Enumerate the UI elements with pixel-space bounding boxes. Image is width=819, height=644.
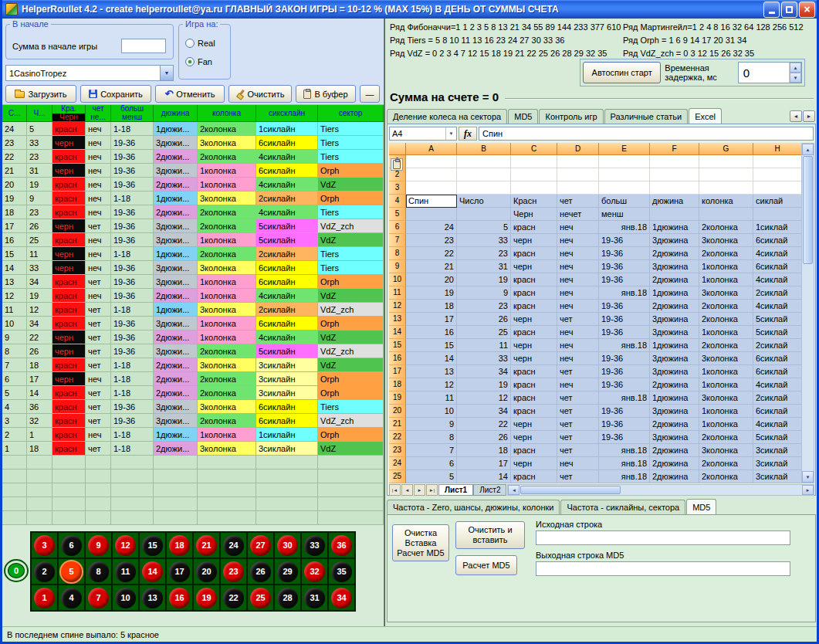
excel-cell[interactable]: Число xyxy=(457,195,511,208)
excel-cell[interactable]: неч xyxy=(557,378,599,391)
spin-row[interactable]: 118краснчет1-182дюжи...3колонка3сиклайнV… xyxy=(2,442,384,456)
first-sheet-button[interactable]: |◄ xyxy=(389,484,401,496)
excel-row-header-5[interactable]: 5 xyxy=(389,208,406,221)
excel-cell[interactable] xyxy=(650,208,699,221)
tab-md5[interactable]: MD5 xyxy=(508,109,538,124)
excel-cell[interactable]: 1дюжина xyxy=(650,286,699,300)
scroll-right-icon[interactable]: ► xyxy=(802,485,814,495)
excel-cell[interactable]: 19-36 xyxy=(599,234,650,247)
excel-cell[interactable]: янв.18 xyxy=(599,221,650,234)
excel-cell[interactable]: черн xyxy=(511,352,557,365)
spin-row[interactable]: 1625красннеч19-363дюжи...1колонка5сиклай… xyxy=(2,233,384,247)
board-cell-12[interactable]: 12 xyxy=(112,532,139,558)
next-sheet-button[interactable]: ► xyxy=(414,484,425,496)
excel-col-header-h[interactable]: H xyxy=(753,143,802,155)
clear-paste-calc-button[interactable]: Очистка Вставка Расчет MD5 xyxy=(392,524,449,561)
board-cell-33[interactable]: 33 xyxy=(301,532,328,558)
excel-cell[interactable] xyxy=(699,208,753,221)
excel-cell[interactable]: 19-36 xyxy=(599,405,650,418)
excel-cell[interactable] xyxy=(457,168,511,181)
tab-scroll-left-icon[interactable]: ◄ xyxy=(790,110,802,122)
spin-row[interactable]: 718краснчет1-182дюжи...3колонка3сиклайнV… xyxy=(2,358,384,372)
excel-cell[interactable]: 6сиклай xyxy=(753,260,802,273)
excel-cell[interactable]: красн xyxy=(511,221,557,234)
excel-col-header-a[interactable]: A xyxy=(406,143,457,155)
excel-cell[interactable]: 19-36 xyxy=(599,378,650,391)
excel-cell[interactable]: Черн xyxy=(511,208,557,221)
board-cell-4[interactable]: 4 xyxy=(58,585,85,611)
excel-row-header-8[interactable]: 8 xyxy=(389,247,406,260)
excel-cell[interactable]: 2колонка xyxy=(699,457,753,470)
excel-cell[interactable]: 10 xyxy=(406,405,457,418)
board-cell-14[interactable]: 14 xyxy=(139,558,166,585)
excel-cell[interactable]: 17 xyxy=(406,313,457,326)
excel-cell[interactable]: 21 xyxy=(406,260,457,273)
excel-cell[interactable]: 23 xyxy=(457,247,511,260)
excel-cell[interactable]: чет xyxy=(557,444,599,457)
excel-cell[interactable]: 23 xyxy=(457,300,511,313)
excel-cell[interactable]: 16 xyxy=(406,326,457,339)
excel-cell[interactable] xyxy=(753,181,802,195)
excel-cell[interactable] xyxy=(650,181,699,195)
excel-cell[interactable]: 3сиклай xyxy=(753,470,802,483)
excel-cell[interactable]: 4сиклай xyxy=(753,378,802,391)
spin-row[interactable]: 245красннеч1-181дюжи...2колонка1сиклайнT… xyxy=(2,122,384,136)
column-header-0[interactable]: С... xyxy=(2,105,27,122)
excel-cell[interactable]: красн xyxy=(511,405,557,418)
excel-cell[interactable]: 25 xyxy=(457,326,511,339)
excel-cell[interactable]: 19-36 xyxy=(599,273,650,286)
excel-cell[interactable]: 1дюжина xyxy=(650,391,699,405)
excel-cell[interactable]: чет xyxy=(557,391,599,405)
clear-button[interactable]: Очистить xyxy=(228,85,292,103)
board-cell-10[interactable]: 10 xyxy=(112,585,139,611)
copy-to-buffer-button[interactable]: В буфер xyxy=(296,85,356,103)
horizontal-scrollbar[interactable]: ◄ ► xyxy=(507,484,814,496)
excel-cell[interactable]: 2дюжина xyxy=(650,273,699,286)
excel-cell[interactable]: красн xyxy=(511,470,557,483)
excel-cell[interactable] xyxy=(599,155,650,168)
column-header-7[interactable]: сиксклайн xyxy=(256,105,318,122)
excel-cell[interactable]: 1колонка xyxy=(699,365,753,378)
board-cell-31[interactable]: 31 xyxy=(301,585,328,611)
excel-cell[interactable]: 3дюжина xyxy=(650,260,699,273)
excel-cell[interactable]: 3дюжина xyxy=(650,365,699,378)
excel-cell[interactable]: 19 xyxy=(406,286,457,300)
excel-cell[interactable]: 8 xyxy=(406,431,457,444)
paste-options-icon[interactable] xyxy=(391,158,403,171)
excel-cell[interactable]: 3колонка xyxy=(699,391,753,405)
excel-cell[interactable]: 19-36 xyxy=(599,431,650,444)
excel-cell[interactable]: 19-36 xyxy=(599,418,650,431)
excel-cell[interactable]: чет xyxy=(557,405,599,418)
excel-cell[interactable] xyxy=(699,181,753,195)
column-header-6[interactable]: колонка xyxy=(198,105,256,122)
excel-cell[interactable]: 2дюжина xyxy=(650,470,699,483)
excel-cell[interactable]: 19-36 xyxy=(599,352,650,365)
column-header-2[interactable]: Кра.Черн xyxy=(52,105,86,122)
excel-cell[interactable]: 33 xyxy=(457,234,511,247)
excel-cell[interactable]: 12 xyxy=(457,391,511,405)
excel-cell[interactable]: чет xyxy=(557,365,599,378)
excel-cell[interactable]: 19-36 xyxy=(599,260,650,273)
excel-cell[interactable]: 2дюжина xyxy=(650,418,699,431)
excel-row-header-21[interactable]: 21 xyxy=(389,418,406,431)
excel-cell[interactable]: 1колонка xyxy=(699,418,753,431)
board-cell-29[interactable]: 29 xyxy=(274,558,301,585)
spin-row[interactable]: 2019красннеч19-362дюжи...1колонка4сиклай… xyxy=(2,178,384,192)
board-cell-13[interactable]: 13 xyxy=(139,585,166,611)
excel-cell[interactable]: красн xyxy=(511,300,557,313)
scroll-left-icon[interactable]: ◄ xyxy=(508,485,519,495)
excel-cell[interactable]: янв.18 xyxy=(599,444,650,457)
excel-cell[interactable]: 2сиклай xyxy=(753,391,802,405)
excel-cell[interactable]: черн xyxy=(511,313,557,326)
board-cell-8[interactable]: 8 xyxy=(85,558,112,585)
prev-sheet-button[interactable]: ◄ xyxy=(401,484,413,496)
name-box-dropdown-icon[interactable]: ▼ xyxy=(445,127,456,140)
excel-row-header-13[interactable]: 13 xyxy=(389,313,406,326)
excel-cell[interactable] xyxy=(457,155,511,168)
column-header-1[interactable]: Ч... xyxy=(27,105,52,122)
excel-cell[interactable] xyxy=(511,168,557,181)
excel-cell[interactable]: Спин xyxy=(406,195,457,208)
spin-row[interactable]: 436краснчет19-363дюжи...3колонка6сиклайн… xyxy=(2,400,384,414)
excel-row-header-23[interactable]: 23 xyxy=(389,444,406,457)
minimize-button[interactable] xyxy=(763,2,780,18)
